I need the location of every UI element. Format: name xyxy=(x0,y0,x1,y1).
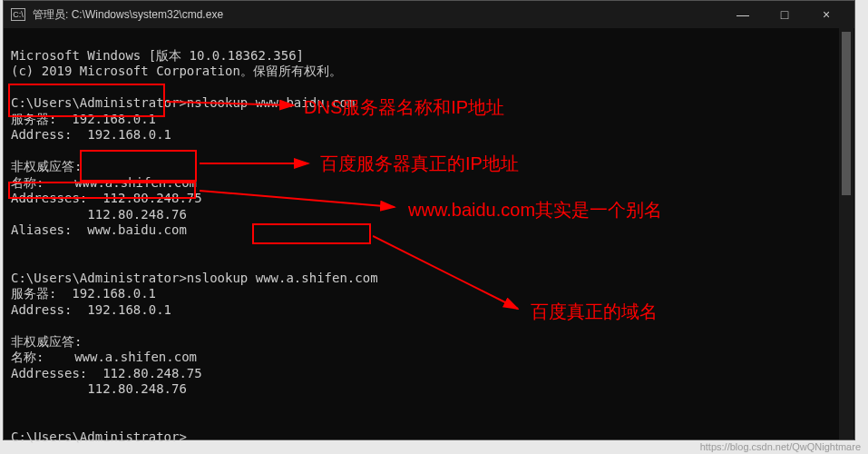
scrollbar-thumb[interactable] xyxy=(842,32,851,195)
address-line: Address: 192.168.0.1 xyxy=(11,127,171,142)
titlebar[interactable]: C:\ 管理员: C:\Windows\system32\cmd.exe — □… xyxy=(4,1,854,28)
window-title: 管理员: C:\Windows\system32\cmd.exe xyxy=(33,7,722,23)
addresses-line: 112.80.248.76 xyxy=(11,207,187,222)
minimize-button[interactable]: — xyxy=(722,1,764,28)
nonauth-line: 非权威应答: xyxy=(11,159,82,173)
nonauth-line: 非权威应答: xyxy=(11,334,82,349)
name-line: 名称: www.a.shifen.com xyxy=(11,350,197,364)
cmd-window: C:\ 管理员: C:\Windows\system32\cmd.exe — □… xyxy=(3,0,855,440)
prompt-line: C:\Users\Administrator>nslookup www.baid… xyxy=(11,95,355,110)
maximize-button[interactable]: □ xyxy=(764,1,805,28)
watermark: https://blog.csdn.net/QwQNightmare xyxy=(700,441,861,452)
close-button[interactable]: × xyxy=(805,1,847,28)
cmd-icon: C:\ xyxy=(11,8,25,21)
terminal-output[interactable]: Microsoft Windows [版本 10.0.18362.356] (c… xyxy=(4,28,854,439)
addresses-line: Addresses: 112.80.248.75 xyxy=(11,191,202,205)
prompt-line: C:\Users\Administrator>nslookup www.a.sh… xyxy=(11,271,378,285)
name-line: 名称: www.a.shifen.com xyxy=(11,175,197,190)
version-line: Microsoft Windows [版本 10.0.18362.356] xyxy=(11,48,304,63)
address-line: Address: 192.168.0.1 xyxy=(11,302,171,317)
aliases-line: Aliases: www.baidu.com xyxy=(11,222,187,237)
server-line: 服务器: 192.168.0.1 xyxy=(11,112,156,126)
addresses-line: Addresses: 112.80.248.75 xyxy=(11,366,202,380)
server-line: 服务器: 192.168.0.1 xyxy=(11,286,156,301)
addresses-line: 112.80.248.76 xyxy=(11,381,187,396)
copyright-line: (c) 2019 Microsoft Corporation。保留所有权利。 xyxy=(11,64,342,78)
window-controls: — □ × xyxy=(722,1,847,28)
scrollbar[interactable] xyxy=(839,28,853,439)
prompt-line: C:\Users\Administrator> xyxy=(11,429,187,444)
